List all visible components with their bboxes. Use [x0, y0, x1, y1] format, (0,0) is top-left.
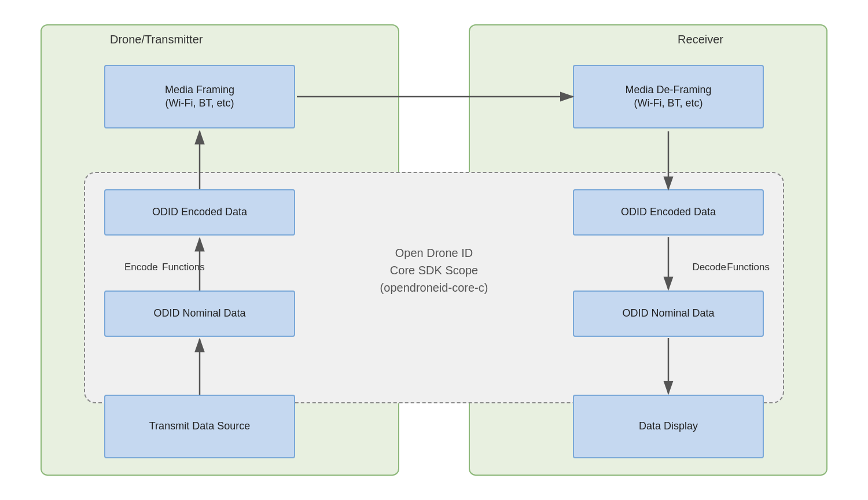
encode-label: Encode	[124, 262, 158, 273]
decode-label: Decode	[692, 262, 726, 273]
drone-transmitter-label: Drone/Transmitter	[110, 33, 203, 46]
data-display-box: Data Display	[573, 395, 764, 458]
receiver-label: Receiver	[678, 33, 723, 46]
center-label: Open Drone ID Core SDK Scope (opendronei…	[380, 244, 488, 296]
odid-nominal-right-box: ODID Nominal Data	[573, 291, 764, 337]
odid-encoded-right-box: ODID Encoded Data	[573, 189, 764, 236]
decode-functions-label: Functions	[727, 262, 770, 273]
media-framing-box: Media Framing(Wi-Fi, BT, etc)	[104, 65, 295, 128]
odid-nominal-left-box: ODID Nominal Data	[104, 291, 295, 337]
diagram-container: Drone/Transmitter Receiver Open Drone ID…	[29, 13, 839, 487]
transmit-data-box: Transmit Data Source	[104, 395, 295, 458]
media-deframing-box: Media De-Framing(Wi-Fi, BT, etc)	[573, 65, 764, 128]
encode-functions-label: Functions	[162, 262, 205, 273]
odid-encoded-left-box: ODID Encoded Data	[104, 189, 295, 236]
